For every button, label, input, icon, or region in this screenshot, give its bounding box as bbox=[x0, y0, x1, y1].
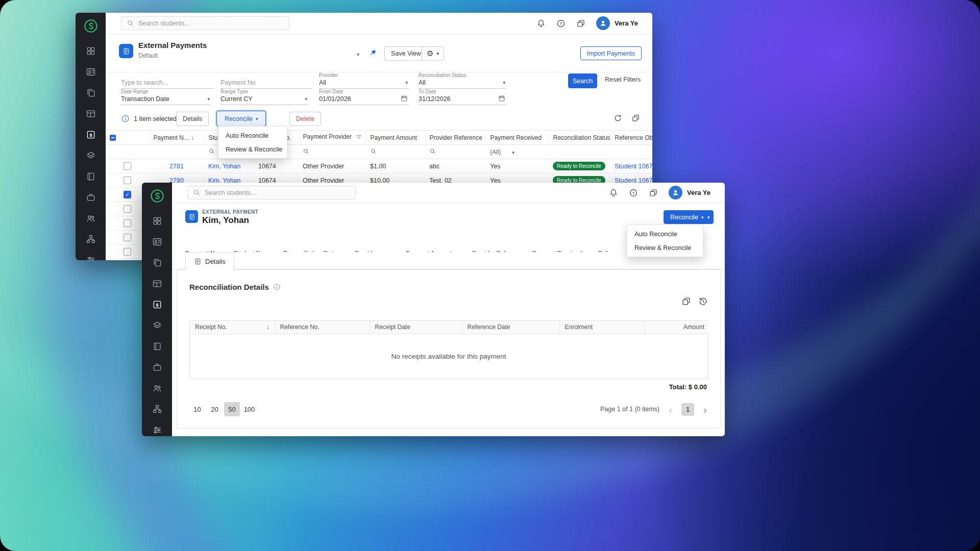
refresh-button[interactable] bbox=[614, 114, 622, 122]
row-checkbox[interactable] bbox=[124, 219, 131, 227]
pin-icon[interactable] bbox=[370, 49, 377, 59]
col-receipt-date[interactable]: Receipt Date bbox=[370, 321, 462, 334]
quick-search-input[interactable] bbox=[121, 79, 214, 86]
payment-no-filter[interactable] bbox=[220, 73, 312, 89]
col-reference-object[interactable]: Reference Object bbox=[610, 131, 652, 145]
user-menu[interactable]: Vera Ye bbox=[596, 16, 638, 30]
view-dropdown-caret-icon[interactable]: ▾ bbox=[357, 52, 359, 57]
app-logo[interactable] bbox=[148, 188, 167, 204]
payment-row[interactable]: 2781 Kim, Yohan 10674 Other Provider $1.… bbox=[106, 159, 652, 173]
sidebar-item-organisation[interactable] bbox=[76, 229, 106, 249]
global-search-input[interactable] bbox=[205, 189, 350, 196]
help-button[interactable]: ? bbox=[556, 19, 566, 28]
column-search-icon[interactable] bbox=[208, 148, 215, 155]
menu-item-review-reconcile[interactable]: Review & Reconcile bbox=[218, 142, 287, 156]
page-size-100[interactable]: 100 bbox=[241, 402, 257, 416]
sidebar-item-jobs[interactable] bbox=[142, 357, 172, 378]
from-date-filter[interactable]: From Date 01/01/2026 bbox=[319, 89, 409, 105]
page-size-50[interactable]: 50 bbox=[224, 402, 240, 416]
sidebar-item-payments[interactable]: $ bbox=[76, 124, 106, 145]
reset-filters-button[interactable]: Reset Filters bbox=[605, 76, 641, 83]
details-button[interactable]: Details bbox=[176, 112, 209, 126]
global-search[interactable] bbox=[121, 16, 289, 30]
sidebar-item-library[interactable] bbox=[142, 336, 172, 357]
sidebar-item-organisation[interactable] bbox=[142, 398, 172, 419]
menu-item-review-reconcile[interactable]: Review & Reconcile bbox=[627, 241, 703, 255]
received-filter-dropdown[interactable]: (All)▾ bbox=[486, 145, 549, 159]
row-checkbox[interactable] bbox=[124, 177, 131, 184]
quick-search-filter[interactable] bbox=[121, 73, 214, 89]
col-amount[interactable]: Amount bbox=[644, 321, 709, 334]
sidebar-item-library[interactable] bbox=[76, 166, 106, 187]
menu-item-auto-reconcile[interactable]: Auto Reconcile bbox=[627, 227, 703, 241]
filter-icon[interactable] bbox=[356, 134, 362, 142]
sidebar-item-courses[interactable] bbox=[142, 315, 172, 336]
column-search-icon[interactable] bbox=[303, 148, 309, 155]
reconciliation-status-filter[interactable]: Reconciliation Status All ▾ bbox=[419, 73, 506, 89]
date-range-filter[interactable]: Date Range Transaction Date ▾ bbox=[121, 89, 211, 105]
sidebar-item-community[interactable] bbox=[142, 378, 172, 398]
page-1-button[interactable]: 1 bbox=[681, 403, 694, 416]
calendar-icon[interactable] bbox=[498, 95, 505, 102]
col-reference-date[interactable]: Reference Date bbox=[462, 321, 559, 334]
notifications-button[interactable] bbox=[536, 19, 546, 28]
reconcile-split-caret-button[interactable]: ▾ bbox=[703, 210, 714, 224]
col-enrolment[interactable]: Enrolment bbox=[559, 321, 644, 334]
sidebar-item-documents[interactable] bbox=[142, 252, 172, 273]
sidebar-item-courses[interactable] bbox=[76, 145, 106, 166]
col-reference-no[interactable]: Reference No. bbox=[275, 321, 370, 334]
column-search-icon[interactable] bbox=[370, 148, 377, 155]
col-reconciliation-status[interactable]: Reconciliation Status bbox=[549, 131, 610, 145]
payment-no-input[interactable] bbox=[220, 79, 312, 86]
row-checkbox[interactable]: ✓ bbox=[124, 191, 131, 198]
to-date-filter[interactable]: To Date 31/12/2026 bbox=[419, 89, 506, 105]
help-button[interactable]: ? bbox=[629, 188, 638, 197]
range-type-filter[interactable]: Range Type Current CY ▾ bbox=[220, 89, 308, 105]
sidebar-item-reports[interactable] bbox=[76, 103, 106, 124]
user-menu[interactable]: Vera Ye bbox=[669, 186, 710, 199]
sidebar-item-dashboard[interactable] bbox=[76, 40, 106, 61]
reconcile-button[interactable]: Reconcile▾ bbox=[216, 111, 266, 127]
app-logo[interactable] bbox=[81, 18, 101, 34]
search-button[interactable]: Search bbox=[568, 73, 597, 88]
import-payments-button[interactable]: Import Payments bbox=[580, 46, 642, 60]
col-payment-received[interactable]: Payment Received bbox=[486, 131, 549, 145]
row-checkbox[interactable] bbox=[124, 234, 131, 241]
row-checkbox[interactable] bbox=[124, 248, 131, 256]
payment-no-link[interactable]: 2781 bbox=[169, 163, 184, 170]
delete-button[interactable]: Delete bbox=[289, 112, 321, 126]
export-button[interactable] bbox=[681, 296, 691, 306]
export-grid-button[interactable] bbox=[631, 114, 640, 122]
sidebar-item-settings[interactable] bbox=[142, 419, 172, 436]
col-payment-provider[interactable]: Payment Provider bbox=[299, 131, 366, 145]
col-receipt-no[interactable]: ↓Receipt No. bbox=[190, 321, 275, 334]
sidebar-item-contacts[interactable] bbox=[76, 61, 106, 82]
sidebar-item-dashboard[interactable] bbox=[142, 210, 172, 231]
reference-link[interactable]: Student 1067 bbox=[615, 163, 652, 170]
page-size-10[interactable]: 10 bbox=[189, 402, 205, 416]
sidebar-item-community[interactable] bbox=[76, 208, 106, 229]
select-all-checkbox[interactable] bbox=[110, 135, 116, 141]
col-payment-no[interactable]: Payment N...↓ bbox=[149, 131, 204, 145]
sidebar-item-documents[interactable] bbox=[76, 82, 106, 103]
apps-button[interactable] bbox=[649, 188, 658, 197]
sidebar-item-reports[interactable] bbox=[142, 273, 172, 294]
prev-page-button[interactable]: ‹ bbox=[668, 404, 673, 415]
menu-item-auto-reconcile[interactable]: Auto Reconcile bbox=[218, 129, 287, 142]
view-settings-button[interactable]: ⚙▾ bbox=[422, 46, 444, 61]
row-checkbox[interactable] bbox=[124, 162, 131, 170]
apps-button[interactable] bbox=[576, 19, 585, 28]
page-size-20[interactable]: 20 bbox=[207, 402, 223, 416]
notifications-button[interactable] bbox=[609, 188, 618, 197]
col-payment-amount[interactable]: Payment Amount bbox=[366, 131, 425, 145]
row-checkbox[interactable] bbox=[124, 205, 131, 213]
col-provider-reference[interactable]: Provider Reference bbox=[425, 131, 486, 145]
sidebar-item-contacts[interactable] bbox=[142, 231, 172, 252]
sidebar-item-settings[interactable] bbox=[76, 249, 106, 260]
sidebar-item-jobs[interactable] bbox=[76, 187, 106, 208]
student-name-link[interactable]: Kim, Yohan bbox=[208, 163, 240, 170]
tab-details[interactable]: Details bbox=[185, 252, 234, 270]
view-name[interactable]: Default bbox=[138, 52, 158, 59]
column-search-icon[interactable] bbox=[429, 148, 436, 155]
global-search-input[interactable] bbox=[138, 20, 284, 27]
